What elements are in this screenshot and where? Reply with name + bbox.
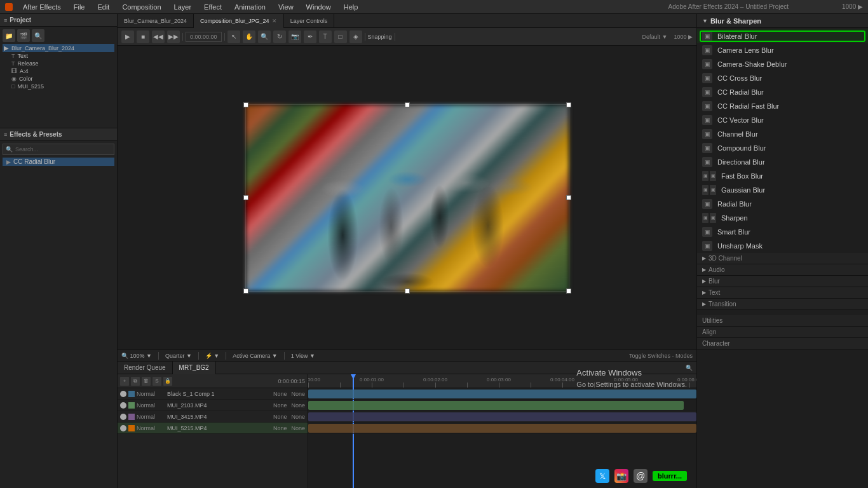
menu-file[interactable]: File	[71, 2, 88, 12]
zoom-tool[interactable]: 🔍	[258, 30, 271, 43]
effect-compound-blur[interactable]: Compound Blur	[697, 141, 868, 155]
comp-tab-close[interactable]: ✕	[272, 18, 277, 24]
video-frame	[245, 104, 569, 292]
effect-smart-blur[interactable]: Smart Blur	[697, 225, 868, 239]
layer-row-4[interactable]: Normal MUI_5215.MP4 None None	[118, 423, 308, 434]
fast-preview-btn[interactable]: ⚡ ▼	[205, 353, 219, 359]
effect-camera-lens-blur[interactable]: Camera Lens Blur	[697, 43, 868, 57]
project-item-text[interactable]: T Text	[10, 52, 114, 60]
resolution-btn[interactable]: Quarter ▼	[165, 353, 192, 359]
back-btn[interactable]: ◀◀	[152, 30, 165, 43]
menu-edit[interactable]: Edit	[95, 2, 112, 12]
play-btn[interactable]: ▶	[121, 30, 134, 43]
handle-mt[interactable]	[405, 102, 410, 107]
menu-help[interactable]: Help	[341, 2, 361, 12]
track-bar-3[interactable]	[308, 412, 696, 421]
layer-vis-2[interactable]	[120, 402, 126, 409]
magnification-btn[interactable]: 🔍 100% ▼	[121, 353, 152, 359]
project-item-release[interactable]: T Release	[10, 60, 114, 67]
layer-row-2[interactable]: Normal MUI_2103.MP4 None None	[118, 400, 308, 411]
menu-composition[interactable]: Composition	[119, 2, 163, 12]
timecode-display[interactable]: 0:00:00:00	[186, 32, 222, 42]
tl-duplicate[interactable]: ⧉	[131, 377, 140, 386]
project-item-color[interactable]: ◉ Color	[10, 75, 114, 83]
tl-solo[interactable]: S	[153, 377, 161, 386]
view-btn[interactable]: Active Camera ▼	[233, 353, 277, 359]
layer-extra-5: None	[273, 414, 287, 420]
new-comp-btn[interactable]: 🎬	[17, 29, 30, 42]
comp-tab-layer[interactable]: Layer Controls	[284, 14, 335, 28]
menu-animation[interactable]: Animation	[232, 2, 268, 12]
toolbar-div-3	[365, 33, 365, 41]
instagram-icon[interactable]: 📸	[614, 469, 628, 483]
channel-highlight[interactable]: blurrr...	[653, 471, 687, 481]
layer-row-1[interactable]: Normal Black S_1 Comp 1 None None	[118, 388, 308, 400]
effect-fast-box-blur[interactable]: ▣ ▣ Fast Box Blur	[697, 169, 868, 183]
effect-cc-cross-blur[interactable]: CC Cross Blur	[697, 71, 868, 85]
track-bar-4[interactable]	[308, 424, 696, 433]
project-item-blur-folder[interactable]: ▶ Blur_Camera_Blur_2024	[3, 44, 114, 52]
effect-cc-radial-blur[interactable]: CC Radial Blur	[697, 85, 868, 99]
handle-mb[interactable]	[405, 288, 410, 294]
effect-item-cc-radial[interactable]: ▶ CC Radial Blur	[3, 158, 114, 166]
shape-tool[interactable]: □	[334, 30, 347, 43]
menu-view[interactable]: View	[276, 2, 296, 12]
current-time-display[interactable]: 0:00:00:15	[278, 378, 305, 384]
handle-tr[interactable]	[566, 102, 571, 107]
effect-cc-radial-fast-blur[interactable]: CC Radial Fast Blur	[697, 99, 868, 113]
tl-lock[interactable]: 🔒	[163, 377, 172, 386]
layer-vis-1[interactable]	[120, 391, 126, 397]
effect-sharpen[interactable]: ▣ ▣ Sharpen	[697, 211, 868, 225]
camera-tool[interactable]: 📷	[288, 30, 301, 43]
menu-effect[interactable]: Effect	[201, 2, 224, 12]
effect-cc-vector-blur[interactable]: CC Vector Blur	[697, 113, 868, 127]
track-bar-2[interactable]	[308, 401, 684, 410]
effects-menu-list: Bilateral Blur Camera Lens Blur Camera-S…	[697, 28, 868, 488]
project-search-btn[interactable]: 🔍	[32, 29, 44, 42]
effect-channel-blur[interactable]: Channel Blur	[697, 127, 868, 141]
handle-bl[interactable]	[243, 288, 248, 294]
effect-icon-cb	[702, 129, 712, 139]
project-item-label: Blur_Camera_Blur_2024	[11, 45, 74, 51]
text-tool[interactable]: T	[319, 30, 332, 43]
menu-after-effects[interactable]: After Effects	[20, 2, 64, 12]
stop-btn[interactable]: ■	[137, 30, 149, 43]
new-folder-btn[interactable]: 📁	[3, 29, 15, 42]
project-item-null[interactable]: □ MUI_5215	[10, 83, 114, 90]
effect-icon-ccvb	[702, 115, 712, 125]
tl-delete[interactable]: 🗑	[142, 377, 151, 386]
hand-tool[interactable]: ✋	[243, 30, 255, 43]
effect-gaussian-blur[interactable]: ▣ ▣ Gaussian Blur	[697, 183, 868, 197]
track-bar-1[interactable]	[308, 390, 696, 398]
mask-tool[interactable]: ◈	[349, 30, 362, 43]
project-item-a4[interactable]: 🎞 A:4	[10, 67, 114, 75]
timeline-tab-mrt[interactable]: MRT_BG2	[173, 362, 216, 374]
handle-tl[interactable]	[243, 102, 248, 107]
forward-btn[interactable]: ▶▶	[167, 30, 180, 43]
timeline-tab-render[interactable]: Render Queue	[118, 362, 173, 374]
rotation-tool[interactable]: ↻	[273, 30, 286, 43]
layer-vis-3[interactable]	[120, 414, 126, 420]
effect-radial-blur[interactable]: Radial Blur	[697, 197, 868, 211]
at-symbol-icon[interactable]: @	[634, 469, 648, 483]
effect-bilateral-blur[interactable]: Bilateral Blur	[697, 29, 868, 43]
toggle-label[interactable]: Toggle Switches - Modes	[629, 353, 693, 359]
effect-directional-blur[interactable]: Directional Blur	[697, 155, 868, 169]
comp-tab-blur-camera[interactable]: Blur_Camera_Blur_2024	[118, 14, 194, 28]
comp-tab-composition[interactable]: Composition_Blur_JPG_24 ✕	[194, 14, 284, 28]
layer-vis-4[interactable]	[120, 425, 126, 431]
layout-btn[interactable]: 1 View ▼	[291, 353, 315, 359]
effect-unsharp-mask[interactable]: Unsharp Mask	[697, 239, 868, 253]
handle-mr[interactable]	[566, 195, 571, 200]
file-icon-5: □	[11, 83, 15, 90]
handle-br[interactable]	[566, 288, 571, 294]
handle-ml[interactable]	[243, 195, 248, 200]
layer-row-3[interactable]: Normal MUI_3415.MP4 None None	[118, 411, 308, 423]
menu-window[interactable]: Window	[304, 2, 334, 12]
tl-new-layer[interactable]: +	[120, 377, 129, 386]
menu-layer[interactable]: Layer	[172, 2, 194, 12]
select-tool[interactable]: ↖	[227, 30, 240, 43]
pen-tool[interactable]: ✒	[304, 30, 316, 43]
effect-camera-shake-deblur[interactable]: Camera-Shake Deblur	[697, 57, 868, 71]
twitter-icon[interactable]: 𝕏	[595, 469, 609, 483]
